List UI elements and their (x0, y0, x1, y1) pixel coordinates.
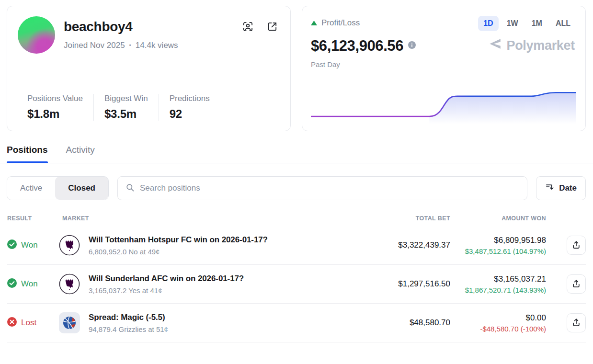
premier-league-icon (59, 235, 80, 256)
qr-scan-icon (242, 26, 253, 34)
table-row[interactable]: Lost Spread: Magic (-5.5) 94,879.4 Grizz… (7, 304, 586, 342)
profit-value: $3,487,512.61 (104.97%) (450, 247, 546, 255)
sort-icon (545, 182, 554, 194)
profit-loss-label: Profit/Loss (321, 18, 360, 28)
qr-scan-button[interactable] (242, 21, 253, 33)
total-bet-value: $3,322,439.37 (331, 240, 450, 250)
table-row[interactable]: Won Will Tottenham Hotspur FC win on 202… (7, 226, 586, 265)
tab-positions[interactable]: Positions (7, 145, 48, 163)
external-link-button[interactable] (267, 21, 278, 33)
market-subtitle: 6,809,952.0 No at 49¢ (89, 248, 268, 256)
won-check-icon (7, 239, 17, 251)
profile-stats: Positions Value $1.8m Biggest Win $3.5m … (18, 94, 280, 121)
stat-predictions: Predictions 92 (159, 94, 220, 121)
profit-loss-amount: $6,123,906.56 (311, 37, 403, 55)
profit-loss-card: Profit/Loss 1D 1W 1M ALL $6,123,906.56 P (302, 6, 586, 131)
share-button[interactable] (567, 313, 586, 332)
positions-table: RESULT MARKET TOTAL BET AMOUNT WON Won W… (0, 210, 593, 342)
stat-label: Predictions (170, 94, 210, 103)
range-1d[interactable]: 1D (478, 16, 498, 31)
top-section: beachboy4 Joined Nov 2025 • 14.4k views (0, 0, 593, 131)
market-title[interactable]: Will Tottenham Hotspur FC win on 2026-01… (89, 235, 268, 245)
range-all[interactable]: ALL (550, 16, 576, 31)
period-label: Past Day (311, 60, 576, 68)
header-total-bet: TOTAL BET (331, 215, 450, 222)
info-icon[interactable] (408, 41, 416, 51)
share-icon (571, 240, 581, 251)
username: beachboy4 (64, 19, 178, 34)
avatar (18, 16, 55, 54)
views-count: 14.4k views (136, 41, 178, 50)
won-check-icon (7, 278, 17, 290)
polymarket-logo-icon (488, 37, 502, 55)
tab-activity[interactable]: Activity (66, 145, 95, 163)
header-result: RESULT (7, 215, 59, 222)
filter-row: Active Closed Date (0, 176, 593, 200)
time-range-selector: 1D 1W 1M ALL (478, 16, 576, 31)
amount-won-value: $0.00 (450, 313, 546, 323)
polymarket-brand: Polymarket (488, 37, 576, 55)
lost-x-icon (7, 317, 17, 329)
result-label: Lost (21, 318, 36, 328)
amount-won-value: $3,165,037.21 (450, 274, 546, 284)
header-market: MARKET (59, 215, 331, 222)
status-segmented-control: Active Closed (7, 176, 109, 200)
market-title[interactable]: Spread: Magic (-5.5) (89, 313, 168, 322)
result-label: Won (21, 240, 38, 250)
up-triangle-icon (311, 18, 317, 28)
nba-basketball-icon (59, 312, 80, 333)
range-1m[interactable]: 1M (526, 16, 547, 31)
share-button[interactable] (567, 236, 586, 255)
stat-positions-value: Positions Value $1.8m (27, 94, 93, 121)
amount-won-value: $6,809,951.98 (450, 236, 546, 245)
market-title[interactable]: Will Sunderland AFC win on 2026-01-17? (89, 274, 244, 284)
stat-biggest-win: Biggest Win $3.5m (93, 94, 159, 121)
stat-value: $1.8m (27, 107, 83, 121)
polymarket-wordmark: Polymarket (506, 38, 575, 53)
loss-value: -$48,580.70 (-100%) (450, 325, 546, 333)
date-button-label: Date (559, 183, 577, 193)
search-input[interactable] (140, 183, 519, 193)
profit-loss-chart[interactable] (311, 87, 576, 124)
market-subtitle: 3,165,037.2 Yes at 41¢ (89, 286, 244, 295)
table-header: RESULT MARKET TOTAL BET AMOUNT WON (7, 210, 586, 226)
profit-value: $1,867,520.71 (143.93%) (450, 286, 546, 294)
profile-card: beachboy4 Joined Nov 2025 • 14.4k views (7, 6, 291, 131)
result-label: Won (21, 279, 38, 289)
table-row[interactable]: Won Will Sunderland AFC win on 2026-01-1… (7, 265, 586, 304)
joined-date: Joined Nov 2025 (64, 41, 125, 50)
share-button[interactable] (567, 274, 586, 294)
premier-league-icon (59, 273, 80, 295)
separator-dot: • (129, 42, 131, 49)
share-icon (571, 279, 581, 290)
total-bet-value: $48,580.70 (331, 318, 450, 328)
external-link-icon (267, 26, 278, 34)
search-icon (125, 183, 135, 194)
stat-label: Biggest Win (104, 94, 148, 103)
main-tabs: Positions Activity (0, 145, 593, 163)
segment-active[interactable]: Active (7, 177, 55, 200)
stat-value: 92 (170, 107, 210, 121)
total-bet-value: $1,297,516.50 (331, 279, 450, 289)
range-1w[interactable]: 1W (502, 16, 524, 31)
stat-value: $3.5m (104, 107, 148, 121)
stat-label: Positions Value (27, 94, 83, 103)
share-icon (571, 318, 581, 329)
date-sort-button[interactable]: Date (536, 176, 586, 200)
segment-closed[interactable]: Closed (55, 177, 108, 200)
tabs-divider (0, 163, 593, 163)
search-positions-box[interactable] (117, 176, 527, 200)
header-amount-won: AMOUNT WON (450, 215, 553, 222)
market-subtitle: 94,879.4 Grizzlies at 51¢ (89, 325, 168, 333)
